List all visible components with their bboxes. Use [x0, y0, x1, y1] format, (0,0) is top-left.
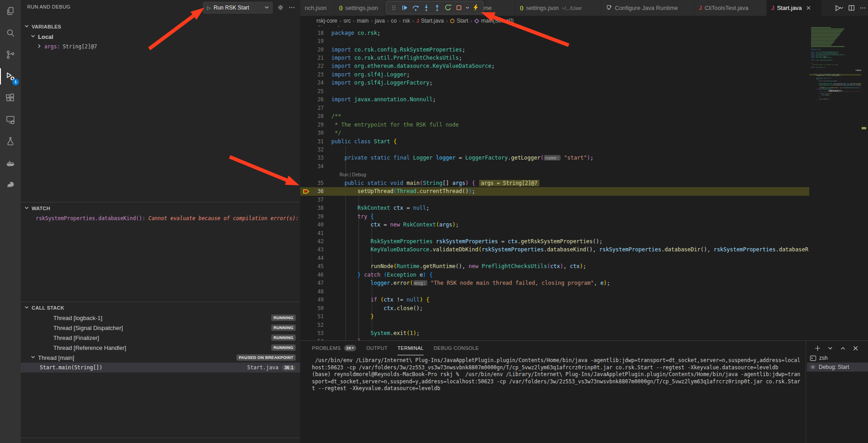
- code-line-32[interactable]: 32: [300, 146, 868, 154]
- panel-tab-problems[interactable]: PROBLEMS1K+: [312, 341, 356, 355]
- terminal-profile-chevron-icon[interactable]: [826, 344, 835, 353]
- breadcrumb-item-rsk[interactable]: rsk: [403, 18, 410, 24]
- panel-tab-terminal[interactable]: TERMINAL: [397, 341, 424, 355]
- code-line-43[interactable]: 43 KeyValueDataSource.validateDbKind(rsk…: [300, 245, 868, 254]
- chevron-right-icon[interactable]: [37, 43, 44, 50]
- chevron-down-icon[interactable]: [264, 5, 269, 11]
- close-icon[interactable]: [807, 5, 811, 11]
- tab-nch-json[interactable]: nch.json: [300, 0, 335, 16]
- breadcrumb-item-co[interactable]: co: [391, 18, 397, 24]
- code-line-46[interactable]: 46 } catch (Exception e) {: [300, 271, 868, 279]
- code-line-45[interactable]: 45 runNode(Runtime.getRuntime(), new Pre…: [300, 262, 868, 270]
- chevron-down-icon[interactable]: [24, 205, 32, 212]
- minimap[interactable]: */package co.rsk;import co.rsk.config.Rs…: [809, 26, 861, 340]
- activity-source-control-icon[interactable]: [0, 44, 21, 66]
- step-into-icon[interactable]: [421, 2, 432, 13]
- code-line-51[interactable]: 51 }: [300, 312, 868, 320]
- codelens-run-debug[interactable]: Run | Debug: [300, 170, 868, 179]
- launch-config-dropdown[interactable]: ▷ Run RSK Start: [203, 2, 273, 14]
- activity-run-and-debug-icon[interactable]: 1: [0, 66, 21, 87]
- terminal-session-zsh[interactable]: zsh: [807, 353, 868, 363]
- activity-docker-icon[interactable]: [0, 152, 21, 174]
- code-line-42[interactable]: 42 RskSystemProperties rskSystemProperti…: [300, 237, 868, 245]
- stop-icon[interactable]: [453, 2, 464, 13]
- code-line-34[interactable]: 34: [300, 162, 868, 170]
- breadcrumb-item-start[interactable]: Start: [450, 18, 468, 24]
- chevron-down-icon[interactable]: [24, 304, 32, 311]
- close-panel-icon[interactable]: [851, 344, 860, 353]
- section-header-call-stack[interactable]: CALL STACK: [21, 303, 300, 313]
- code-line-31[interactable]: 31public class Start {: [300, 137, 868, 145]
- hot-code-replace-icon[interactable]: [470, 2, 481, 13]
- breadcrumb-item-main[interactable]: main: [357, 18, 368, 24]
- code-line-52[interactable]: 52: [300, 320, 868, 329]
- chevron-down-icon[interactable]: [24, 441, 32, 443]
- run-java-icon[interactable]: [834, 5, 844, 12]
- split-editor-icon[interactable]: [848, 5, 855, 11]
- step-out-icon[interactable]: [432, 2, 443, 13]
- breadcrumb-item-rskj-core[interactable]: rskj-core: [316, 18, 337, 24]
- breadcrumb-item-main-string[interactable]: main(String[]): [474, 18, 514, 24]
- call-stack-thread-thread-main[interactable]: Thread [main]PAUSED ON BREAKPOINT: [21, 353, 300, 363]
- activity-extensions-icon[interactable]: [0, 87, 21, 109]
- more-actions-icon[interactable]: [859, 5, 866, 11]
- panel-tab-debug-console[interactable]: DEBUG CONSOLE: [434, 341, 479, 355]
- code-line-39[interactable]: 39 try {: [300, 212, 868, 220]
- current-frame-breakpoint-icon[interactable]: [300, 187, 312, 195]
- code-line-26[interactable]: 26import javax.annotation.Nonnull;: [300, 95, 868, 104]
- panel-tab-output[interactable]: OUTPUT: [366, 341, 387, 355]
- breadcrumb-item-start-java[interactable]: JStart.java: [416, 18, 444, 24]
- code-line-49[interactable]: 49 if (ctx != null) {: [300, 296, 868, 304]
- code-line-40[interactable]: 40 ctx = new RskContext(args);: [300, 221, 868, 229]
- call-stack-thread-thread-finalizer[interactable]: Thread [Finalizer]RUNNING: [21, 333, 300, 343]
- chevron-down-icon[interactable]: [24, 23, 32, 30]
- activity-search-icon[interactable]: [0, 22, 21, 44]
- breadcrumb-item-src[interactable]: src: [344, 18, 351, 24]
- code-line-24[interactable]: 24import org.slf4j.LoggerFactory;: [300, 79, 868, 87]
- code-line-29[interactable]: 29 * The entrypoint for the RSK full nod…: [300, 120, 868, 128]
- restart-icon[interactable]: [443, 2, 453, 13]
- call-stack-thread-thread-reference-handler[interactable]: Thread [Reference Handler]RUNNING: [21, 343, 300, 353]
- code-line-27[interactable]: 27: [300, 104, 868, 112]
- continue-icon[interactable]: [399, 2, 410, 13]
- variable-row[interactable]: args:String[2]@7: [21, 42, 300, 52]
- code-line-50[interactable]: 50 ctx.close();: [300, 304, 868, 312]
- activity-explorer-icon[interactable]: [0, 0, 21, 22]
- section-header-breakpoints[interactable]: BREAKPOINTS: [21, 440, 300, 443]
- section-header-watch[interactable]: WATCH: [21, 203, 300, 213]
- code-line-33[interactable]: 33 private static final Logger logger = …: [300, 154, 868, 162]
- code-line-28[interactable]: 28/**: [300, 112, 868, 120]
- code-line-36[interactable]: 36 setUpThread(Thread.currentThread());: [300, 187, 868, 195]
- activity-account-icon[interactable]: [0, 437, 21, 443]
- breadcrumb-item-java[interactable]: java: [375, 18, 385, 24]
- new-terminal-icon[interactable]: [813, 344, 822, 353]
- activity-gradle-icon[interactable]: [0, 174, 21, 196]
- call-stack-thread-thread-logback-1[interactable]: Thread [logback-1]RUNNING: [21, 313, 300, 323]
- code-line-47[interactable]: 47 logger.error(msg: "The RSK node main …: [300, 279, 868, 287]
- overview-ruler[interactable]: [861, 26, 868, 340]
- code-line-38[interactable]: 38 RskContext ctx = null;: [300, 204, 868, 212]
- code-line-25[interactable]: 25: [300, 87, 868, 95]
- stop-chevron-icon[interactable]: [464, 2, 470, 13]
- more-actions-icon[interactable]: [287, 3, 296, 12]
- maximize-panel-icon[interactable]: [838, 344, 847, 353]
- step-over-icon[interactable]: [410, 2, 421, 13]
- tab-start-java[interactable]: JStart.java: [767, 0, 822, 16]
- chevron-down-icon[interactable]: [31, 354, 38, 361]
- code-line-30[interactable]: 30 */: [300, 129, 868, 137]
- code-line-23[interactable]: 23import org.slf4j.Logger;: [300, 71, 868, 79]
- code-line-18[interactable]: 18package co.rsk;: [300, 28, 868, 37]
- code-line-41[interactable]: 41: [300, 229, 868, 237]
- code-line-20[interactable]: 20import co.rsk.config.RskSystemProperti…: [300, 45, 868, 53]
- gear-icon[interactable]: [276, 3, 285, 12]
- code-line-37[interactable]: 37: [300, 196, 868, 204]
- terminal-session-debug-start[interactable]: Debug: Start: [807, 363, 868, 372]
- code-line-19[interactable]: 19: [300, 37, 868, 45]
- activity-testing-icon[interactable]: [0, 131, 21, 152]
- call-stack-thread-thread-signal-dispatcher[interactable]: Thread [Signal Dispatcher]RUNNING: [21, 323, 300, 333]
- code-line-21[interactable]: 21import co.rsk.util.PreflightChecksUtil…: [300, 54, 868, 62]
- chevron-down-icon[interactable]: [31, 33, 38, 40]
- run-icon[interactable]: ▷: [207, 5, 211, 11]
- code-line-44[interactable]: 44: [300, 254, 868, 262]
- activity-remote-explorer-icon[interactable]: [0, 109, 21, 131]
